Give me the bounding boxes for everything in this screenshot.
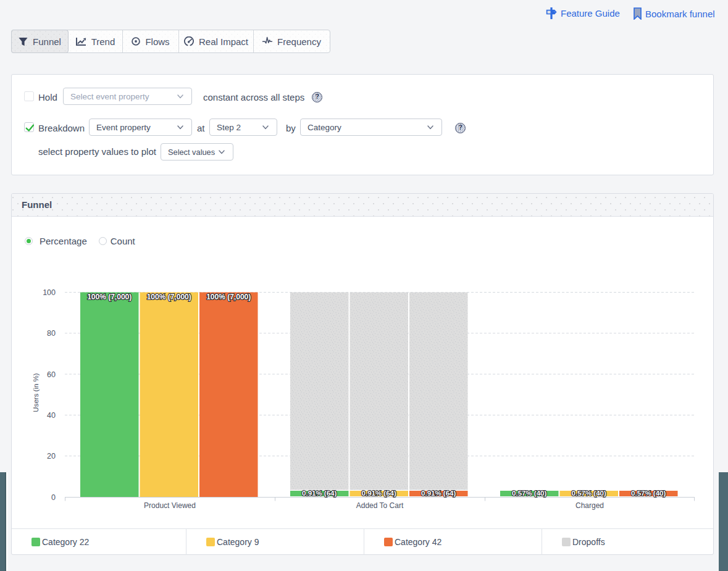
svg-text:0.91% (64): 0.91% (64) <box>302 490 337 497</box>
svg-text:80: 80 <box>47 329 56 338</box>
svg-text:0: 0 <box>51 493 56 502</box>
svg-text:Users (in %): Users (in %) <box>32 373 40 412</box>
svg-text:Charged: Charged <box>575 501 604 510</box>
svg-text:60: 60 <box>47 370 56 379</box>
svg-text:0.57% (40): 0.57% (40) <box>631 490 666 497</box>
svg-text:100% (7,000): 100% (7,000) <box>147 293 191 301</box>
svg-text:20: 20 <box>47 452 56 461</box>
svg-text:Added To Cart: Added To Cart <box>356 501 404 510</box>
svg-text:100% (7,000): 100% (7,000) <box>206 293 251 301</box>
svg-text:100: 100 <box>43 288 56 297</box>
svg-text:0.91% (64): 0.91% (64) <box>421 490 456 497</box>
svg-text:40: 40 <box>47 411 56 420</box>
svg-text:Product Viewed: Product Viewed <box>144 501 196 510</box>
svg-text:100% (7,000): 100% (7,000) <box>87 293 132 301</box>
svg-text:0.57% (40): 0.57% (40) <box>572 490 606 497</box>
svg-text:0.57% (40): 0.57% (40) <box>512 490 546 497</box>
svg-text:0.91% (64): 0.91% (64) <box>362 490 396 497</box>
